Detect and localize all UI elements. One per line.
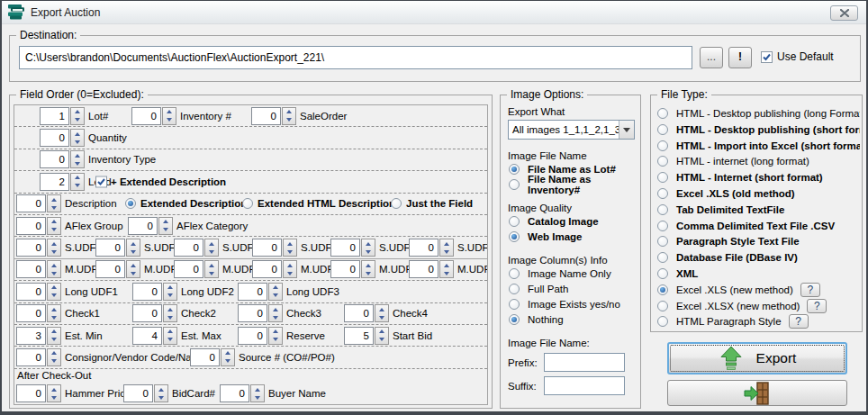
spinner-down-button[interactable] — [440, 269, 453, 277]
quantity-spin-input[interactable]: 0 — [40, 129, 69, 147]
spinner-down-button[interactable] — [163, 116, 176, 124]
spinner-down-button[interactable] — [127, 248, 140, 256]
spinner-up-button[interactable] — [48, 305, 60, 313]
spinner-down-button[interactable] — [269, 292, 282, 300]
spinner-up-button[interactable] — [283, 108, 295, 116]
long-udf2-spin-input[interactable]: 0 — [132, 283, 162, 301]
spinner-down-button[interactable] — [269, 313, 282, 321]
spinner-up-button[interactable] — [205, 261, 218, 269]
spinner-up-button[interactable] — [48, 239, 60, 248]
check1-spin-input[interactable]: 0 — [16, 304, 46, 322]
m-udf4-spin-input[interactable]: 0 — [252, 260, 282, 278]
m-udf1-spin-input[interactable]: 0 — [16, 260, 46, 278]
spinner-up-button[interactable] — [375, 305, 388, 313]
long-udf1-spin-input[interactable]: 0 — [16, 283, 46, 301]
xml-radio[interactable] — [657, 268, 668, 279]
spinner-up-button[interactable] — [164, 328, 176, 336]
spinner-down-button[interactable] — [362, 248, 375, 256]
spinner-down-button[interactable] — [251, 393, 264, 401]
html-paragraph-style-radio[interactable] — [657, 316, 668, 327]
destination-path-input[interactable] — [19, 46, 692, 69]
spinner-up-button[interactable] — [222, 349, 234, 357]
html-paragraph-style-help-button[interactable]: ? — [789, 314, 809, 329]
spinner-up-button[interactable] — [440, 261, 453, 269]
prefix-input[interactable] — [544, 353, 625, 372]
m-udf5-spin-input[interactable]: 0 — [330, 260, 360, 278]
spinner-down-button[interactable] — [159, 226, 172, 234]
spinner-down-button[interactable] — [127, 269, 140, 277]
excel-xlsx-new-method-help-button[interactable]: ? — [807, 299, 827, 313]
lead-spin-input[interactable]: 2 — [40, 173, 69, 191]
spinner-down-button[interactable] — [375, 313, 388, 321]
spinner-down-button[interactable] — [222, 357, 234, 365]
warning-button[interactable]: ! — [728, 47, 752, 68]
reserve-spin-input[interactable]: 0 — [238, 327, 267, 345]
file-name-as-lot-radio[interactable] — [509, 164, 520, 175]
spinner-down-button[interactable] — [48, 248, 60, 256]
spinner-up-button[interactable] — [269, 328, 282, 336]
spinner-down-button[interactable] — [48, 269, 60, 277]
buyer-name-spin-input[interactable]: 0 — [220, 384, 249, 402]
spinner-down-button[interactable] — [71, 182, 84, 190]
s-udf5-spin-input[interactable]: 0 — [330, 239, 360, 257]
spinner-up-button[interactable] — [71, 130, 84, 138]
spinner-down-button[interactable] — [375, 336, 388, 344]
titlebar[interactable]: Export Auction — [2, 1, 866, 24]
inventory-spin-input[interactable]: 0 — [131, 107, 161, 125]
excel-xls-old-method-radio[interactable] — [657, 188, 668, 199]
spinner-up-button[interactable] — [127, 239, 140, 248]
html-import-into-excel-short-format-radio[interactable] — [657, 140, 668, 151]
saleorder-spin-input[interactable]: 0 — [251, 107, 281, 125]
aflex-group-spin-input[interactable]: 0 — [16, 217, 46, 235]
spinner-up-button[interactable] — [48, 385, 60, 393]
bidcard-spin-input[interactable]: 0 — [123, 384, 153, 402]
spinner-up-button[interactable] — [205, 239, 218, 248]
spinner-up-button[interactable] — [284, 261, 296, 269]
use-default-checkbox[interactable] — [761, 51, 773, 63]
extended-description-checkbox[interactable] — [95, 176, 107, 187]
nothing-radio[interactable] — [509, 314, 520, 325]
spinner-down-button[interactable] — [48, 336, 60, 344]
spinner-down-button[interactable] — [164, 313, 176, 321]
lot-spin-input[interactable]: 1 — [40, 107, 69, 125]
spinner-down-button[interactable] — [48, 313, 60, 321]
exit-button[interactable] — [667, 380, 847, 406]
m-udf3-spin-input[interactable]: 0 — [174, 260, 203, 278]
tab-delimited-textfile-radio[interactable] — [657, 204, 668, 215]
spinner-down-button[interactable] — [48, 203, 60, 212]
spinner-up-button[interactable] — [159, 218, 172, 226]
spinner-down-button[interactable] — [48, 226, 60, 234]
spinner-down-button[interactable] — [48, 393, 60, 401]
spinner-down-button[interactable] — [284, 269, 296, 277]
catalog-image-radio[interactable] — [509, 216, 520, 227]
spinner-up-button[interactable] — [127, 261, 140, 269]
spinner-up-button[interactable] — [48, 218, 60, 226]
html-desktop-publishing-short-format-radio[interactable] — [657, 124, 668, 135]
web-image-radio[interactable] — [509, 231, 520, 242]
spinner-up-button[interactable] — [155, 385, 167, 393]
spinner-down-button[interactable] — [71, 159, 84, 167]
spinner-down-button[interactable] — [205, 269, 218, 277]
comma-delimited-text-file-csv-radio[interactable] — [657, 221, 668, 231]
s-udf3-spin-input[interactable]: 0 — [174, 239, 203, 257]
spinner-up-button[interactable] — [362, 261, 375, 269]
spinner-up-button[interactable] — [440, 239, 453, 248]
close-button[interactable] — [830, 5, 858, 21]
spinner-up-button[interactable] — [251, 385, 264, 393]
spinner-up-button[interactable] — [375, 328, 388, 336]
spinner-up-button[interactable] — [164, 305, 176, 313]
extended-description-radio[interactable] — [125, 198, 136, 209]
spinner-up-button[interactable] — [269, 305, 282, 313]
description-spin-input[interactable]: 0 — [16, 194, 46, 212]
spinner-down-button[interactable] — [155, 393, 167, 401]
excel-xlsx-new-method-radio[interactable] — [657, 301, 668, 311]
spinner-up-button[interactable] — [284, 239, 296, 248]
image-exists-yes-no-radio[interactable] — [509, 299, 520, 310]
spinner-up-button[interactable] — [269, 284, 282, 292]
spinner-down-button[interactable] — [205, 248, 218, 256]
aflex-category-spin-input[interactable]: 0 — [128, 217, 158, 235]
spinner-up-button[interactable] — [163, 108, 176, 116]
spinner-up-button[interactable] — [71, 151, 84, 159]
spinner-down-button[interactable] — [440, 248, 453, 256]
full-path-radio[interactable] — [509, 284, 520, 294]
